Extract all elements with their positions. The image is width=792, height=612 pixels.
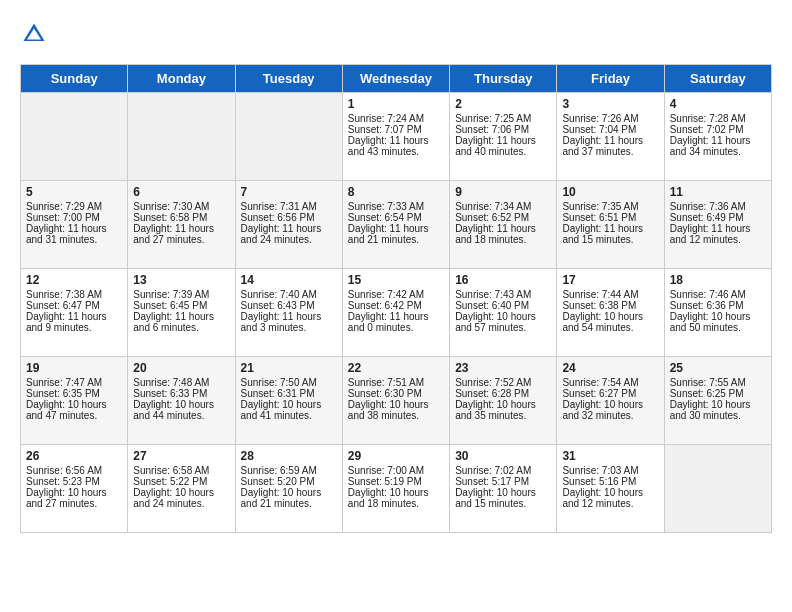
calendar-cell: 26Sunrise: 6:56 AMSunset: 5:23 PMDayligh… (21, 445, 128, 533)
sunset-text: Sunset: 6:36 PM (670, 300, 744, 311)
sunset-text: Sunset: 7:02 PM (670, 124, 744, 135)
day-number: 19 (26, 361, 122, 375)
day-number: 25 (670, 361, 766, 375)
sunrise-text: Sunrise: 6:56 AM (26, 465, 102, 476)
calendar-cell: 7Sunrise: 7:31 AMSunset: 6:56 PMDaylight… (235, 181, 342, 269)
calendar-cell (128, 93, 235, 181)
day-number: 27 (133, 449, 229, 463)
sunrise-text: Sunrise: 7:26 AM (562, 113, 638, 124)
daylight-text: Daylight: 10 hours and 35 minutes. (455, 399, 536, 421)
day-number: 9 (455, 185, 551, 199)
calendar-cell: 31Sunrise: 7:03 AMSunset: 5:16 PMDayligh… (557, 445, 664, 533)
day-number: 22 (348, 361, 444, 375)
col-header-friday: Friday (557, 65, 664, 93)
day-number: 16 (455, 273, 551, 287)
sunset-text: Sunset: 5:22 PM (133, 476, 207, 487)
col-header-tuesday: Tuesday (235, 65, 342, 93)
day-number: 6 (133, 185, 229, 199)
sunrise-text: Sunrise: 7:24 AM (348, 113, 424, 124)
day-number: 11 (670, 185, 766, 199)
day-number: 26 (26, 449, 122, 463)
sunrise-text: Sunrise: 7:02 AM (455, 465, 531, 476)
daylight-text: Daylight: 10 hours and 50 minutes. (670, 311, 751, 333)
daylight-text: Daylight: 10 hours and 32 minutes. (562, 399, 643, 421)
calendar-cell: 16Sunrise: 7:43 AMSunset: 6:40 PMDayligh… (450, 269, 557, 357)
day-number: 15 (348, 273, 444, 287)
calendar-header-row: SundayMondayTuesdayWednesdayThursdayFrid… (21, 65, 772, 93)
sunrise-text: Sunrise: 7:51 AM (348, 377, 424, 388)
sunrise-text: Sunrise: 7:38 AM (26, 289, 102, 300)
sunrise-text: Sunrise: 7:50 AM (241, 377, 317, 388)
day-number: 5 (26, 185, 122, 199)
daylight-text: Daylight: 10 hours and 57 minutes. (455, 311, 536, 333)
sunrise-text: Sunrise: 7:30 AM (133, 201, 209, 212)
sunset-text: Sunset: 6:38 PM (562, 300, 636, 311)
sunset-text: Sunset: 6:56 PM (241, 212, 315, 223)
sunset-text: Sunset: 6:47 PM (26, 300, 100, 311)
calendar-cell: 8Sunrise: 7:33 AMSunset: 6:54 PMDaylight… (342, 181, 449, 269)
sunrise-text: Sunrise: 7:43 AM (455, 289, 531, 300)
calendar-cell: 2Sunrise: 7:25 AMSunset: 7:06 PMDaylight… (450, 93, 557, 181)
calendar-cell: 14Sunrise: 7:40 AMSunset: 6:43 PMDayligh… (235, 269, 342, 357)
daylight-text: Daylight: 11 hours and 0 minutes. (348, 311, 429, 333)
col-header-saturday: Saturday (664, 65, 771, 93)
sunset-text: Sunset: 7:06 PM (455, 124, 529, 135)
sunrise-text: Sunrise: 7:31 AM (241, 201, 317, 212)
calendar-cell: 15Sunrise: 7:42 AMSunset: 6:42 PMDayligh… (342, 269, 449, 357)
calendar-cell: 23Sunrise: 7:52 AMSunset: 6:28 PMDayligh… (450, 357, 557, 445)
calendar-cell: 3Sunrise: 7:26 AMSunset: 7:04 PMDaylight… (557, 93, 664, 181)
sunset-text: Sunset: 5:19 PM (348, 476, 422, 487)
calendar-cell: 24Sunrise: 7:54 AMSunset: 6:27 PMDayligh… (557, 357, 664, 445)
calendar-cell: 1Sunrise: 7:24 AMSunset: 7:07 PMDaylight… (342, 93, 449, 181)
daylight-text: Daylight: 11 hours and 6 minutes. (133, 311, 214, 333)
calendar-cell: 10Sunrise: 7:35 AMSunset: 6:51 PMDayligh… (557, 181, 664, 269)
logo (20, 20, 52, 48)
calendar-week-row: 5Sunrise: 7:29 AMSunset: 7:00 PMDaylight… (21, 181, 772, 269)
sunrise-text: Sunrise: 7:55 AM (670, 377, 746, 388)
sunrise-text: Sunrise: 7:47 AM (26, 377, 102, 388)
day-number: 14 (241, 273, 337, 287)
sunrise-text: Sunrise: 6:58 AM (133, 465, 209, 476)
sunset-text: Sunset: 6:42 PM (348, 300, 422, 311)
calendar-week-row: 12Sunrise: 7:38 AMSunset: 6:47 PMDayligh… (21, 269, 772, 357)
day-number: 10 (562, 185, 658, 199)
calendar-cell: 22Sunrise: 7:51 AMSunset: 6:30 PMDayligh… (342, 357, 449, 445)
day-number: 7 (241, 185, 337, 199)
sunrise-text: Sunrise: 7:39 AM (133, 289, 209, 300)
daylight-text: Daylight: 11 hours and 3 minutes. (241, 311, 322, 333)
col-header-sunday: Sunday (21, 65, 128, 93)
daylight-text: Daylight: 11 hours and 12 minutes. (670, 223, 751, 245)
sunset-text: Sunset: 6:25 PM (670, 388, 744, 399)
day-number: 28 (241, 449, 337, 463)
sunrise-text: Sunrise: 7:48 AM (133, 377, 209, 388)
daylight-text: Daylight: 11 hours and 24 minutes. (241, 223, 322, 245)
calendar-week-row: 19Sunrise: 7:47 AMSunset: 6:35 PMDayligh… (21, 357, 772, 445)
day-number: 31 (562, 449, 658, 463)
col-header-monday: Monday (128, 65, 235, 93)
calendar-cell: 18Sunrise: 7:46 AMSunset: 6:36 PMDayligh… (664, 269, 771, 357)
calendar-cell: 27Sunrise: 6:58 AMSunset: 5:22 PMDayligh… (128, 445, 235, 533)
sunrise-text: Sunrise: 7:25 AM (455, 113, 531, 124)
calendar-cell: 4Sunrise: 7:28 AMSunset: 7:02 PMDaylight… (664, 93, 771, 181)
daylight-text: Daylight: 10 hours and 54 minutes. (562, 311, 643, 333)
day-number: 17 (562, 273, 658, 287)
day-number: 24 (562, 361, 658, 375)
daylight-text: Daylight: 10 hours and 47 minutes. (26, 399, 107, 421)
sunrise-text: Sunrise: 7:28 AM (670, 113, 746, 124)
daylight-text: Daylight: 10 hours and 38 minutes. (348, 399, 429, 421)
day-number: 8 (348, 185, 444, 199)
col-header-thursday: Thursday (450, 65, 557, 93)
day-number: 21 (241, 361, 337, 375)
sunset-text: Sunset: 5:16 PM (562, 476, 636, 487)
sunrise-text: Sunrise: 6:59 AM (241, 465, 317, 476)
daylight-text: Daylight: 11 hours and 15 minutes. (562, 223, 643, 245)
sunset-text: Sunset: 6:54 PM (348, 212, 422, 223)
daylight-text: Daylight: 11 hours and 27 minutes. (133, 223, 214, 245)
sunset-text: Sunset: 6:52 PM (455, 212, 529, 223)
sunset-text: Sunset: 6:45 PM (133, 300, 207, 311)
calendar-cell: 5Sunrise: 7:29 AMSunset: 7:00 PMDaylight… (21, 181, 128, 269)
logo-icon (20, 20, 48, 48)
sunset-text: Sunset: 6:35 PM (26, 388, 100, 399)
daylight-text: Daylight: 11 hours and 9 minutes. (26, 311, 107, 333)
sunset-text: Sunset: 6:40 PM (455, 300, 529, 311)
